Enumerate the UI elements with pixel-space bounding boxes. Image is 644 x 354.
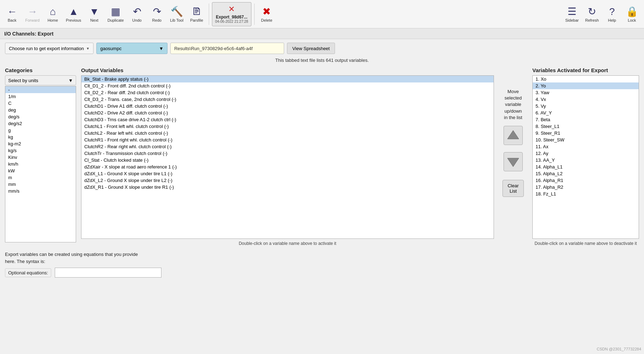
vars-list-item[interactable]: ClutchR1 - Front right whl. clutch contr… [81, 136, 494, 143]
file-icon: ✕ [228, 5, 235, 14]
results-value: Results\Run_9730829d-e5c6-4af6-a4f [174, 46, 252, 51]
choose-run-dropdown[interactable]: Choose run to get export information ▼ [5, 43, 94, 54]
units-list-item[interactable]: km/h [5, 161, 76, 167]
lib-tool-button[interactable]: 🔨 Lib Tool [167, 2, 186, 26]
units-list-item[interactable]: deg/s2 [5, 120, 76, 127]
activated-list-item[interactable]: 8. Steer_L1 [533, 123, 639, 130]
next-button[interactable]: ▼ Next [85, 2, 103, 26]
move-label: Move selected variable up/down in the li… [504, 88, 522, 121]
units-list-item[interactable]: mm [5, 181, 76, 188]
file-button[interactable]: ✕ Export_98d67... 04-06-2022 21:27:28 [212, 2, 251, 26]
activated-list-item[interactable]: 9. Steer_R1 [533, 130, 639, 136]
run-dropdown[interactable]: gaosumpc ▼ [96, 43, 167, 54]
activated-variables-list[interactable]: 1. Xo2. Yo3. Yaw4. Vx5. Vy6. AV_Y7. Beta… [532, 75, 639, 239]
toolbar-separator-2 [254, 4, 255, 25]
vars-list-item[interactable]: ClutchL2 - Rear left whl. clutch control… [81, 130, 494, 136]
home-icon: ⌂ [50, 6, 56, 17]
vars-list-item[interactable]: ClutchL1 - Front left whl. clutch contro… [81, 123, 494, 130]
vars-list-item[interactable]: dZdX_R1 - Ground X slope under tire R1 (… [81, 184, 494, 191]
lib-tool-icon: 🔨 [171, 6, 183, 17]
next-label: Next [90, 18, 99, 22]
help-button[interactable]: ? Help [603, 2, 621, 26]
vars-list-item[interactable]: ClutchD2 - Drive A2 diff. clutch control… [81, 109, 494, 116]
activated-list-item[interactable]: 16. Alpha_R1 [533, 177, 639, 184]
select-by-units-dropdown[interactable]: Select by units ▼ [5, 75, 76, 85]
units-list-item[interactable]: mm/s [5, 188, 76, 194]
units-list-item[interactable]: Kinv [5, 154, 76, 161]
activated-list-item[interactable]: 6. AV_Y [533, 109, 639, 116]
view-spreadsheet-button[interactable]: View Spreadsheet [287, 43, 335, 54]
home-button[interactable]: ⌂ Home [43, 2, 62, 26]
duplicate-button[interactable]: ▦ Duplicate [105, 2, 126, 26]
vars-list-item[interactable]: Clt_D3_2 - Trans. case, 2nd clutch contr… [81, 96, 494, 103]
optional-equations-input[interactable] [55, 268, 161, 278]
three-column-layout: Categories Select by units ▼ -1/mCdegdeg… [5, 67, 639, 246]
vars-list-item[interactable]: dZdX_L1 - Ground X slope under tire L1 (… [81, 170, 494, 177]
output-variables-list[interactable]: Bk_Stat - Brake apply status (-)Clt_D1_2… [81, 75, 494, 239]
vars-list-item[interactable]: ClutchTr - Transmission clutch control (… [81, 150, 494, 157]
units-list-item[interactable]: deg/s [5, 113, 76, 120]
redo-button[interactable]: ↷ Redo [148, 2, 166, 26]
back-button[interactable]: ← Back [3, 2, 21, 26]
units-list[interactable]: -1/mCdegdeg/sdeg/s2gkgkg-m2kg/sKinvkm/hk… [5, 86, 76, 242]
activated-list-item[interactable]: 15. Alpha_L2 [533, 170, 639, 177]
vars-list-item[interactable]: Cl_Stat - Clutch locked state (-) [81, 157, 494, 163]
units-list-item[interactable]: kW [5, 167, 76, 174]
toolbar-right: ☰ Sidebar ↻ Refresh ? Help 🔒 Lock [563, 2, 641, 26]
breadcrumb-text: I/O Channels: Export [4, 31, 53, 37]
units-list-item[interactable]: 1/m [5, 93, 76, 100]
units-list-item[interactable]: g [5, 127, 76, 134]
undo-label: Undo [132, 18, 142, 22]
delete-button[interactable]: ✖ Delete [257, 2, 276, 26]
activated-variables-column: Variables Activated for Export 1. Xo2. Y… [532, 67, 639, 246]
vars-list-item[interactable]: ClutchD1 - Drive A1 diff. clutch control… [81, 103, 494, 109]
units-list-item[interactable]: - [5, 86, 76, 93]
lock-button[interactable]: 🔒 Lock [623, 2, 641, 26]
vars-list-item[interactable]: Clt_D1_2 - Front diff. 2nd clutch contro… [81, 82, 494, 89]
previous-button[interactable]: ▲ Previous [63, 2, 84, 26]
forward-button[interactable]: → Forward [23, 2, 42, 26]
refresh-button[interactable]: ↻ Refresh [582, 2, 601, 26]
vars-list-item[interactable]: dZdXair - X slope at road aero reference… [81, 163, 494, 170]
vars-list-item[interactable]: Clt_D2_2 - Rear diff. 2nd clutch control… [81, 89, 494, 96]
vars-list-item[interactable]: Bk_Stat - Brake apply status (-) [81, 76, 494, 82]
activated-list-item[interactable]: 3. Yaw [533, 89, 639, 96]
info-text-content: This tabbed text file lists 641 output v… [275, 58, 369, 63]
activated-list-item[interactable]: 2. Yo [533, 82, 639, 89]
units-list-item[interactable]: C [5, 100, 76, 107]
activated-list-item[interactable]: 5. Vy [533, 103, 639, 109]
activated-list-item[interactable]: 10. Steer_SW [533, 136, 639, 143]
main-content: Choose run to get export information ▼ g… [0, 39, 644, 281]
units-list-item[interactable]: kg/s [5, 147, 76, 154]
clear-list-button[interactable]: ClearList [502, 180, 524, 197]
activated-list-item[interactable]: 11. Ax [533, 143, 639, 150]
units-list-item[interactable]: kg [5, 134, 76, 140]
vars-list-item[interactable]: ClutchD3 - Trns case drive A1-2 clutch c… [81, 116, 494, 123]
units-list-item[interactable]: m [5, 174, 76, 181]
units-list-item[interactable]: kg-m2 [5, 140, 76, 147]
activated-list-item[interactable]: 14. Alpha_L1 [533, 163, 639, 170]
activated-list-item[interactable]: 13. AA_Y [533, 157, 639, 163]
vars-list-item[interactable]: ClutchR2 - Rear right whl. clutch contro… [81, 143, 494, 150]
output-variables-header: Output Variables [81, 67, 494, 73]
activated-list-item[interactable]: 17. Alpha_R2 [533, 184, 639, 191]
activated-list-item[interactable]: 1. Xo [533, 76, 639, 82]
activated-list-item[interactable]: 18. Fz_L1 [533, 191, 639, 197]
activated-list-item[interactable]: 12. Ay [533, 150, 639, 157]
clear-list-label: ClearList [507, 183, 518, 194]
choose-run-arrow-icon: ▼ [86, 47, 90, 50]
move-down-button[interactable] [504, 152, 523, 171]
sidebar-button[interactable]: ☰ Sidebar [563, 2, 581, 26]
file-date: 04-06-2022 21:27:28 [215, 20, 248, 23]
activated-list-item[interactable]: 7. Beta [533, 116, 639, 123]
delete-label: Delete [261, 18, 272, 22]
help-label: Help [608, 18, 616, 22]
refresh-icon: ↻ [588, 6, 596, 17]
vars-list-item[interactable]: dZdX_L2 - Ground X slope under tire L2 (… [81, 177, 494, 184]
undo-button[interactable]: ↶ Undo [128, 2, 146, 26]
units-list-item[interactable]: deg [5, 107, 76, 113]
activated-list-item[interactable]: 4. Vx [533, 96, 639, 103]
parsfile-button[interactable]: 🖹 Parsfile [187, 2, 206, 26]
move-up-button[interactable] [504, 126, 523, 145]
parsfile-icon: 🖹 [192, 6, 202, 17]
